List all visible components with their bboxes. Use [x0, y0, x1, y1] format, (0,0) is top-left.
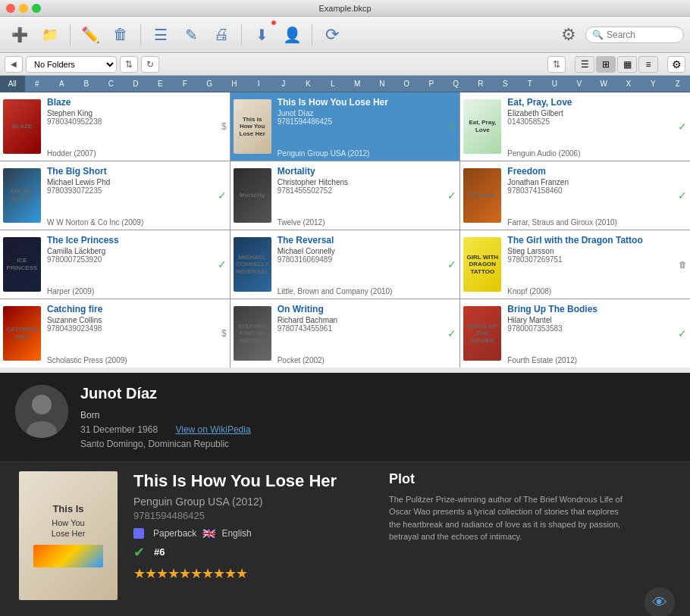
table-row[interactable]: MICHAEL CONNELLY REVERSAL The Reversal M…: [231, 230, 460, 299]
book-status: ✓: [447, 230, 459, 299]
book-author: Jonathan Franzen: [507, 178, 675, 186]
alpha-k[interactable]: K: [296, 76, 321, 92]
folder-select[interactable]: No Folders: [26, 56, 117, 73]
book-author: Michael Connelly: [278, 247, 445, 255]
view-buttons: ☰ ⊞ ▦ ≡: [575, 56, 658, 73]
alpha-v[interactable]: V: [567, 76, 592, 92]
book-status: ✓: [447, 161, 459, 230]
list-icon: ☰: [154, 26, 168, 44]
book-author: Richard Bachman: [278, 316, 445, 324]
user-button[interactable]: 👤: [278, 21, 306, 48]
folder-icon: 📁: [42, 27, 58, 43]
toolbar-sep-2: [140, 24, 141, 45]
alpha-o[interactable]: O: [394, 76, 419, 92]
book-plot: Plot The Pulitzer Prize-winning author o…: [389, 471, 632, 616]
alpha-p[interactable]: P: [419, 76, 444, 92]
close-button[interactable]: [6, 4, 15, 13]
download-badge: [271, 20, 277, 26]
delete-button[interactable]: 🗑: [107, 21, 134, 48]
born-label: Born: [80, 410, 99, 421]
detail-cover-image: This Is How YouLose Her: [19, 471, 118, 600]
table-row[interactable]: BRING UP THE BODIES Bring Up The Bodies …: [460, 299, 690, 367]
book-status: 🗑: [679, 230, 690, 299]
alpha-l[interactable]: L: [321, 76, 346, 92]
alpha-y[interactable]: Y: [641, 76, 666, 92]
alpha-x[interactable]: X: [616, 76, 641, 92]
trash-status-icon: 🗑: [679, 260, 687, 269]
alpha-f[interactable]: F: [173, 76, 198, 92]
download-button[interactable]: ⬇: [248, 21, 275, 48]
table-row[interactable]: This Is How You Lose Her This Is How You…: [231, 92, 460, 161]
list-button[interactable]: ☰: [147, 21, 174, 48]
book-isbn: 9780007253920: [47, 255, 215, 264]
alpha-z[interactable]: Z: [666, 76, 691, 92]
book-isbn: 9780307269751: [507, 255, 676, 264]
column-settings-button[interactable]: ⚙: [667, 56, 685, 73]
refresh-button[interactable]: ↻: [141, 56, 159, 73]
view-grid-button[interactable]: ⊞: [596, 56, 616, 73]
book-detail-section: This Is How YouLose Her This Is How You …: [0, 462, 690, 616]
alpha-s[interactable]: S: [493, 76, 518, 92]
alpha-q[interactable]: Q: [444, 76, 469, 92]
alpha-j[interactable]: J: [271, 76, 296, 92]
alpha-hash[interactable]: #: [25, 76, 50, 92]
sort-button[interactable]: ⇅: [120, 56, 138, 73]
table-row[interactable]: CATCHING FIRE Catching fire Suzanne Coll…: [0, 299, 230, 367]
alpha-c[interactable]: C: [99, 76, 124, 92]
alpha-i[interactable]: I: [246, 76, 271, 92]
table-row[interactable]: BLAZE Blaze Stephen King 9780340952238 H…: [0, 92, 230, 161]
cover-placeholder: ICE PRINCESS: [3, 237, 41, 292]
alpha-g[interactable]: G: [197, 76, 222, 92]
print-button[interactable]: 🖨: [208, 21, 235, 48]
detail-title: This Is How You Lose Her: [133, 471, 377, 491]
window-controls[interactable]: [6, 4, 41, 13]
book-title: The Girl with the Dragon Tattoo: [507, 235, 676, 245]
alpha-b[interactable]: B: [74, 76, 99, 92]
book-author: Michael Lewis Phd: [47, 178, 215, 186]
alpha-n[interactable]: N: [370, 76, 395, 92]
born-place: Santo Domingo, Dominican Republic: [80, 439, 229, 449]
eye-icon[interactable]: 👁: [645, 587, 675, 616]
add-button[interactable]: ➕: [6, 21, 33, 48]
alpha-e[interactable]: E: [148, 76, 173, 92]
book-publisher: Twelve (2012): [278, 218, 445, 227]
book-cover: STEPHEN KING ON WRITING: [231, 299, 274, 367]
book-title: Eat, Pray, Love: [507, 97, 675, 108]
spinner-button[interactable]: ⟳: [318, 21, 346, 48]
alpha-a[interactable]: A: [49, 76, 74, 92]
view-cover-button[interactable]: ▦: [617, 56, 637, 73]
back-button[interactable]: ◀: [5, 56, 23, 73]
sort2-button[interactable]: ⇅: [547, 56, 566, 73]
alpha-m[interactable]: M: [345, 76, 370, 92]
view-list-button[interactable]: ☰: [575, 56, 594, 73]
detail-format-row: Paperback 🇬🇧 English: [133, 527, 377, 539]
edit-button[interactable]: ✏️: [77, 21, 104, 48]
alpha-h[interactable]: H: [222, 76, 247, 92]
book-cover: BRING UP THE BODIES: [460, 299, 504, 367]
toolbar-sep-4: [312, 24, 312, 45]
book-author: Elizabeth Gilbert: [507, 109, 675, 117]
edit2-button[interactable]: ✎: [177, 21, 205, 48]
table-row[interactable]: THE BIG SHORT The Big Short Michael Lewi…: [0, 161, 230, 230]
alpha-all[interactable]: All: [0, 76, 25, 92]
wiki-link[interactable]: View on WikiPedia: [175, 424, 250, 435]
alpha-r[interactable]: R: [469, 76, 494, 92]
cover-placeholder: Eat, Pray, Love: [463, 99, 501, 154]
alpha-d[interactable]: D: [124, 76, 149, 92]
alpha-w[interactable]: W: [591, 76, 616, 92]
table-row[interactable]: ICE PRINCESS The Ice Princess Camilla Lä…: [0, 230, 230, 299]
settings-button[interactable]: ⚙: [555, 21, 582, 48]
alpha-u[interactable]: U: [542, 76, 567, 92]
view-detail-button[interactable]: ≡: [638, 56, 658, 73]
table-row[interactable]: Freedom Freedom Jonathan Franzen 9780374…: [460, 161, 690, 230]
minimize-button[interactable]: [19, 4, 28, 13]
maximize-button[interactable]: [32, 4, 41, 13]
table-row[interactable]: GIRL WITH DRAGON TATTOO The Girl with th…: [460, 230, 690, 299]
table-row[interactable]: STEPHEN KING ON WRITING On Writing Richa…: [231, 299, 460, 367]
alpha-t[interactable]: T: [518, 76, 543, 92]
cover-placeholder: THE BIG SHORT: [3, 168, 41, 223]
folder-button[interactable]: 📁: [36, 21, 64, 48]
table-row[interactable]: Eat, Pray, Love Eat, Pray, Love Elizabet…: [460, 92, 690, 161]
table-row[interactable]: Mortality Mortality Christopher Hitchens…: [231, 161, 460, 230]
search-input[interactable]: [607, 30, 677, 40]
